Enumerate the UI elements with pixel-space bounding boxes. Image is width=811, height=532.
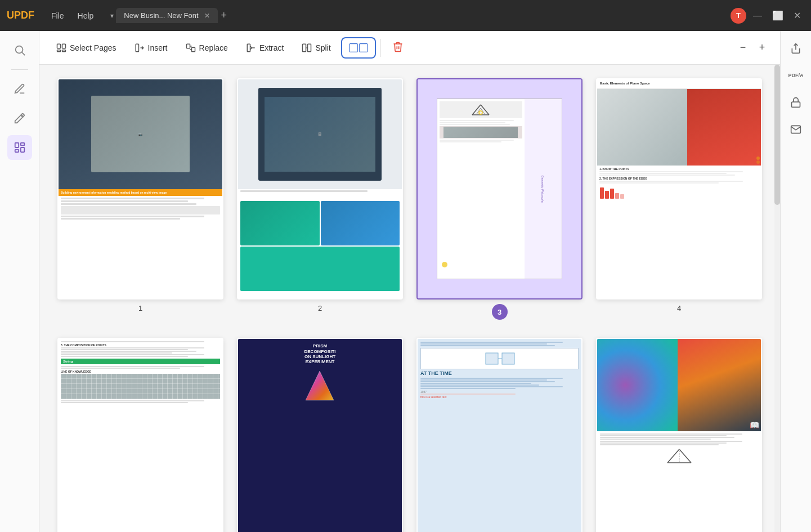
insert-button[interactable]: Insert [127,38,176,57]
toolbar: Select Pages Insert Replace Extract Spli… [39,31,780,65]
svg-rect-7 [62,44,66,48]
pages-grid: 📷 Building environment information model… [39,65,780,532]
svg-rect-28 [502,353,514,364]
lock-icon[interactable] [785,92,806,113]
tab-bar: ▾ New Busin... New Font ✕ + [110,8,724,23]
select-pages-label: Select Pages [70,43,117,52]
extract-label: Extract [259,43,284,52]
svg-rect-16 [350,43,357,52]
page-thumb-5[interactable]: 3. THE COMPOSITION OF POINTS String LINE… [57,338,223,532]
tab-label: New Busin... New Font [124,11,198,20]
pdf-a-icon[interactable]: PDF/A [785,65,806,86]
new-tab-button[interactable]: + [221,10,227,21]
sidebar-edit[interactable] [7,77,32,101]
insert-label: Insert [148,43,168,52]
svg-marker-24 [306,371,334,400]
svg-rect-12 [191,47,195,52]
page-content-6: PRISMDECOMPOSITION SUNLIGHTEXPERIMENT [238,339,402,532]
sidebar-divider-1 [11,69,28,70]
svg-rect-26 [486,353,498,364]
select-pages-button[interactable]: Select Pages [48,38,124,57]
svg-line-30 [667,449,679,463]
svg-point-0 [15,46,23,53]
svg-rect-4 [20,147,24,152]
replace-button[interactable]: Replace [178,38,236,57]
share-icon[interactable] [785,38,806,59]
page-thumb-2[interactable]: 🖥 [237,78,403,299]
extract-button[interactable]: Extract [238,38,292,57]
page-view-button[interactable] [341,37,376,59]
svg-line-1 [22,52,25,55]
svg-rect-3 [20,143,24,146]
page-item-8: 📖 [596,338,762,532]
maximize-button[interactable]: ⬜ [769,9,787,22]
page-thumb-3[interactable]: Geometric Philosophy [416,78,583,299]
svg-rect-13 [247,44,250,52]
page-item-5: 3. THE COMPOSITION OF POINTS String LINE… [57,338,223,532]
svg-rect-2 [15,143,18,147]
svg-rect-34 [792,102,800,107]
window-controls: T — ⬜ ✕ [731,8,804,24]
titlebar: UPDF File Help ▾ New Busin... New Font ✕… [0,0,811,31]
svg-rect-14 [303,44,306,52]
scrollbar-track[interactable] [774,65,780,532]
page-thumb-6[interactable]: PRISMDECOMPOSITION SUNLIGHTEXPERIMENT [237,338,403,532]
page-item-7: AT THE TIME 1987 this is a selected text… [416,338,583,532]
svg-rect-5 [15,150,18,153]
page-item-4: Basic Elements of Plane Space [596,78,762,320]
page-item-2: 🖥 2 [237,78,403,320]
active-tab[interactable]: New Busin... New Font ✕ [116,8,217,23]
page-thumb-8[interactable]: 📖 [596,338,762,532]
svg-rect-11 [186,44,190,48]
page-number-4: 4 [677,304,681,312]
split-label: Split [315,43,330,52]
avatar: T [731,8,746,24]
scrollbar-thumb[interactable] [774,65,780,205]
replace-label: Replace [199,43,228,52]
left-sidebar [0,31,39,532]
svg-rect-6 [57,44,61,48]
menu-help[interactable]: Help [72,9,100,23]
svg-line-29 [679,449,691,463]
page-thumb-1[interactable]: 📷 Building environment information model… [57,78,223,299]
sidebar-search[interactable] [7,38,32,62]
page-content-2: 🖥 [238,79,402,298]
svg-rect-9 [62,50,66,51]
zoom-controls: − + [734,39,771,57]
tab-dropdown[interactable]: ▾ [110,12,114,20]
zoom-out-button[interactable]: − [734,39,752,57]
svg-rect-17 [359,43,367,52]
svg-rect-8 [57,50,61,51]
page-content-5: 3. THE COMPOSITION OF POINTS String LINE… [59,339,222,532]
page-number-badge-3: 3 [492,304,508,320]
page-content-7: AT THE TIME 1987 this is a selected text [418,339,581,532]
page-item-1: 📷 Building environment information model… [57,78,223,320]
mail-icon[interactable] [785,119,806,140]
sidebar-pages[interactable] [7,135,32,160]
menu-bar: File Help [46,9,99,23]
page-thumb-4[interactable]: Basic Elements of Plane Space [596,78,762,299]
page-item-6: PRISMDECOMPOSITION SUNLIGHTEXPERIMENT [237,338,403,532]
app-logo: UPDF [7,10,34,21]
sidebar-annotate[interactable] [7,106,32,131]
page-content-8: 📖 [597,339,761,532]
menu-file[interactable]: File [46,9,70,23]
zoom-in-button[interactable]: + [753,39,771,57]
right-sidebar: PDF/A [780,31,811,532]
svg-rect-15 [308,44,311,52]
close-button[interactable]: ✕ [790,9,804,22]
main-layout: Select Pages Insert Replace Extract Spli… [0,31,811,532]
pdf-a-label: PDF/A [788,73,804,78]
tab-close-button[interactable]: ✕ [204,12,210,20]
page-content-1: 📷 Building environment information model… [59,79,222,298]
delete-button[interactable] [386,37,410,59]
svg-point-23 [479,111,482,114]
page-number-1: 1 [138,304,142,312]
page-number-2: 2 [318,304,322,312]
page-thumb-7[interactable]: AT THE TIME 1987 this is a selected text [416,338,583,532]
minimize-button[interactable]: — [750,10,765,22]
page-content-4: Basic Elements of Plane Space [597,79,761,298]
page-item-3: Geometric Philosophy [416,78,583,320]
separator [380,39,381,57]
split-button[interactable]: Split [294,38,338,57]
